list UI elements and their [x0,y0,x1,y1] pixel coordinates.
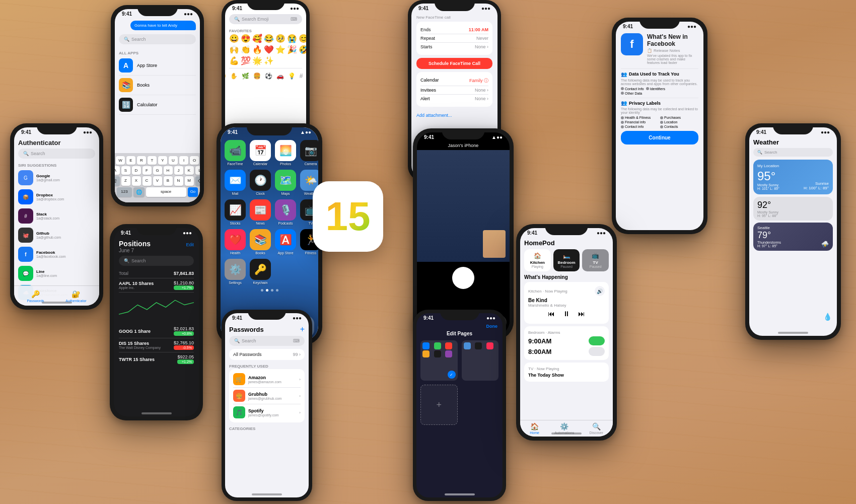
app-mail[interactable]: ✉️ Mail [225,170,246,195]
tab-home[interactable]: 🏠 Home [530,422,539,435]
auth-title: Authenticator [18,139,95,147]
home-indicator-11 [551,433,582,435]
screen-stocks: 9:41 ●●● Positions June 7 Edit 🔍 Search … [114,228,199,416]
schedule-facetime-btn[interactable]: Schedule FaceTime Call [416,58,492,69]
phone-facetime: 9:41 ▲●● Jason's iPhone 💡 Tip 🎤 mute 📵 [413,128,514,340]
home-page-dots [221,287,318,293]
room-kitchen[interactable]: 🏠 Kitchen Playing [524,249,551,271]
ios15-logo: 15 [313,181,383,252]
room-tv[interactable]: 📺 TV Paused [582,249,609,271]
phone-facebook: 9:41 ●●● f What's New in Facebook 📋 Rele… [612,18,707,234]
account-dropbox[interactable]: 📦 Dropbox1a@dropbox.com [18,187,95,206]
stock-goog[interactable]: GOOG 1 Share $2,021.83 +0.8% [119,324,194,338]
app-photos[interactable]: 🌅 Photos [275,140,296,166]
pause-btn[interactable]: ⏸ [563,310,570,318]
keyboard-row-1: QWERTYUIOP [117,156,198,165]
auth-search[interactable]: 🔍 Search [18,149,95,159]
alarm-2-toggle[interactable] [589,347,605,356]
screen-authenticator: 9:41 ●●● Authenticator 🔍 Search Siri Sug… [14,127,99,306]
keyboard-search[interactable]: 🔍 Search [119,34,196,44]
passwords-header: Passwords + [229,325,305,334]
notch-12 [773,123,813,134]
add-attachment-btn[interactable]: Add attachment... [416,110,492,121]
stock-aapl[interactable]: AAPL 10 Shares Apple Inc. $1,210.80 +1.7… [119,278,194,293]
alarm-1-toggle[interactable] [589,336,605,345]
nav-passwords[interactable]: 🔑 Passwords [27,290,44,303]
screen-edit-pages: 9:41 ●●● Done Edit Pages ✓ [416,313,503,497]
whats-happening-label: What's Happening [524,274,609,280]
account-facebook[interactable]: f Facebook1a@facebook.com [18,245,95,264]
app-store-item[interactable]: A App Store [119,56,196,76]
capture-btn[interactable] [452,267,474,289]
screen-keyboard: 9:41 ●●● Gonna have to tell Andy 🔍 Searc… [115,9,200,202]
weather-compass: 💧 [823,313,832,321]
edit-pages-grid: ✓ + [416,340,503,425]
phone-weather: 9:41 ●●● Weather 🔍 Search My Location 95… [745,123,841,340]
done-btn[interactable]: Done [486,324,498,329]
app-facetime[interactable]: 📹 FaceTime [225,140,246,166]
cal-new-event-label: New FaceTime call [416,15,492,20]
cal-details-card: Calendar Family ⓘ Invitees None › Alert … [416,72,492,107]
password-spotify[interactable]: 🎵 Spotify james@spotify.com › [233,404,301,420]
app-maps[interactable]: 🗺️ Maps [275,170,296,195]
app-appstore[interactable]: 🅰️ App Store [275,229,296,255]
next-btn[interactable]: ⏭ [578,310,585,318]
passwords-add-btn[interactable]: + [300,325,305,334]
password-amazon[interactable]: 🛒 Amazon james@amazon.com › [233,371,301,388]
keyboard-row-2: ASDFGHJKL [117,166,198,175]
home-indicator-9 [252,493,282,495]
keyboard-row-4: 123 🌐 space Go [117,187,198,197]
facetime-capture-area [417,262,510,294]
ios15-number: 15 [326,196,371,237]
fb-privacy-labels: 👥 Privacy Labels The following data may … [621,100,698,128]
homepod-rooms: 🏠 Kitchen Playing 🛏️ Bedroom Paused 📺 TV… [524,249,609,271]
page-1[interactable]: ✓ [420,340,458,381]
emoji-search[interactable]: 🔍 Search Emoji ⌨ [229,14,302,24]
tab-discover[interactable]: 🔍 Discover [590,422,603,435]
phone-homepod: 9:41 ●●● HomePod 🏠 Kitchen Playing 🛏️ Be… [516,224,617,441]
account-slack[interactable]: # Slack1a@slack.com [18,206,95,226]
passwords-search[interactable]: 🔍 Search ⌨ [229,336,305,346]
stocks-edit-btn[interactable]: Edit [186,242,194,247]
account-line[interactable]: 💬 Line1a@line.com [18,264,95,283]
app-news[interactable]: 📰 News [250,199,271,225]
home-app-grid: 📹 FaceTime 📅 Calendar 🌅 Photos 📷 Camera … [221,136,318,259]
books-item[interactable]: 📚 Books [119,76,196,95]
page-add[interactable]: + [420,385,458,425]
imessage-out: Gonna have to tell Andy [130,21,196,30]
edit-pages-title: Edit Pages [416,331,503,336]
phone-passwords: 9:41 ●●● Passwords + 🔍 Search ⌨ All Pass… [222,310,312,501]
phone-edit-pages: 9:41 ●●● Done Edit Pages ✓ [413,310,506,501]
emoji-favorites-grid: 😀 😍 🥰 😂 🥺 😭 😊 🙌 👏 🔥 ❤️ ⭐ 🎉 🤣 💪 💯 🌟 ✨ [229,34,302,65]
app-keychain[interactable]: 🔑 Keychain [250,259,271,284]
screen-passwords: 9:41 ●●● Passwords + 🔍 Search ⌨ All Pass… [225,313,309,497]
app-books[interactable]: 📚 Books [250,229,271,255]
app-health[interactable]: ❤️ Health [225,229,246,255]
app-settings[interactable]: ⚙️ Settings [225,259,246,284]
notch-8 [136,224,177,235]
weather-card-my-location[interactable]: My Location 95° Mostly Sunny H: 101° L: … [753,160,833,194]
stocks-search[interactable]: 🔍 Search [119,256,194,266]
app-camera[interactable]: 📷 Camera [300,140,318,166]
password-grubhub[interactable]: 🍔 Grubhub james@grubhub.com › [233,388,301,404]
page-2[interactable] [462,340,499,381]
frequently-used-list: 🛒 Amazon james@amazon.com › 🍔 Grubhub ja… [229,369,305,422]
app-stocks[interactable]: 📈 Stocks [225,199,246,225]
app-podcasts[interactable]: 🎙️ Podcasts [275,199,296,225]
room-bedroom[interactable]: 🛏️ Bedroom Paused [553,249,580,271]
calculator-item[interactable]: 🔢 Calculator [119,95,196,115]
fb-continue-btn[interactable]: Continue [621,131,698,145]
app-clock[interactable]: 🕐 Clock [250,170,271,195]
account-google[interactable]: G Google1a@gmail.com [18,168,95,187]
prev-btn[interactable]: ⏮ [548,310,555,318]
stocks-total-row: Total $7,841.83 [119,269,194,278]
stock-twtr[interactable]: TWTR 15 Shares $922.05 +1.2% [119,352,194,366]
tv-now-playing: TV · Now Playing The Today Show [524,363,609,382]
app-calendar[interactable]: 📅 Calendar [250,140,271,166]
weather-card-seattle[interactable]: Seattle 79° Thunderstorms H: 97° L: 85° … [753,223,833,251]
stock-dis[interactable]: DIS 15 Shares The Walt Disney Company $2… [119,338,194,352]
weather-search[interactable]: 🔍 Search [753,148,833,157]
categories-label: CATEGORIES [229,425,305,431]
account-github[interactable]: 🐙 Github1a@github.com [18,226,95,245]
nav-authenticator[interactable]: 🔐 Authenticator [65,290,86,303]
